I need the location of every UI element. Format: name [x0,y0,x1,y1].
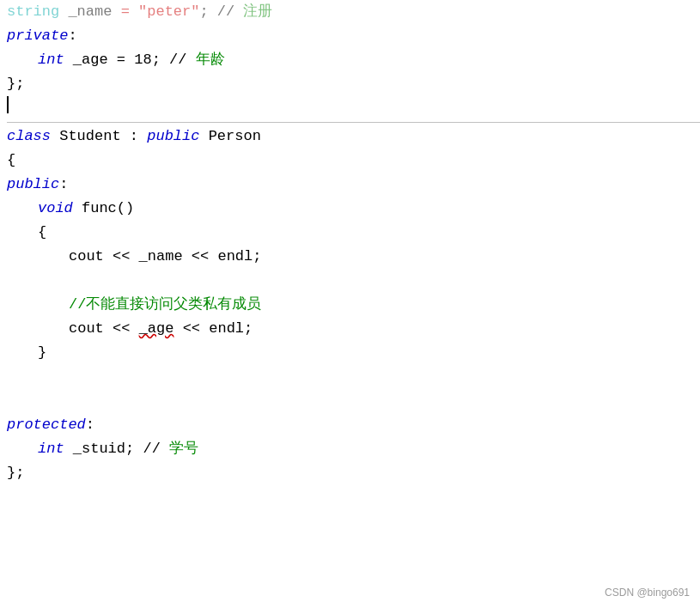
code-line-9: public: [7,173,700,197]
token-semi: ; // [199,0,243,24]
code-line-19: protected: [7,413,700,437]
token-string: string [7,0,59,24]
token-int: int [38,48,64,72]
token-private: private [7,24,68,48]
token-public-kw: public [7,173,59,197]
token-colon: : [68,24,76,48]
token-name: _name [59,0,112,24]
code-content: string _name = "peter"; // 注册 private: i… [0,0,700,485]
code-line-11: { [7,221,700,245]
section-divider [7,122,700,123]
token-int-stuid: int [38,437,64,461]
watermark: CSDN @bingo691 [605,585,690,601]
code-editor: string _name = "peter"; // 注册 private: i… [0,0,700,608]
token-class: class [7,125,51,149]
token-student: Student : [51,125,147,149]
token-open-brace-class: { [7,149,15,173]
code-line-17 [7,365,700,389]
token-age-squiggly: _age [139,317,174,341]
token-protected: protected [7,413,86,437]
token-comment: 注册 [243,0,272,24]
token-public: public [147,125,199,149]
token-close-brace-func: } [38,341,46,365]
token-close-brace-class: }; [7,461,24,485]
token-stuid-comment: 学号 [169,437,198,461]
token-comment-chinese: //不能直接访问父类私有成员 [69,293,261,317]
token-stuid: _stuid; // [64,437,169,461]
code-line-7: class Student : public Person [7,125,700,149]
token-func: func() [73,197,134,221]
token-cout-age-before: cout << [69,317,139,341]
token-age-decl: _age = 18; // [64,48,196,72]
code-line-21: }; [7,461,700,485]
code-line-15: cout << _age << endl; [7,317,700,341]
code-line-20: int _stuid; // 学号 [7,437,700,461]
code-line-8: { [7,149,700,173]
token-cout-age-after: << endl; [173,317,253,341]
token-person: Person [199,125,260,149]
token-public-colon: : [59,173,68,197]
code-line-18 [7,389,700,413]
code-line-16: } [7,341,700,365]
token-open-brace-func: { [38,221,46,245]
token-cout-name: cout << _name << endl; [69,245,261,269]
token-void: void [38,197,73,221]
code-line-3: int _age = 18; // 年龄 [7,48,700,72]
code-line-2: private: [7,24,700,48]
token-value: = "peter" [112,0,199,24]
code-line-1: string _name = "peter"; // 注册 [7,0,700,24]
code-line-13 [7,269,700,293]
code-line-12: cout << _name << endl; [7,245,700,269]
code-line-10: void func() [7,197,700,221]
code-line-14: //不能直接访问父类私有成员 [7,293,700,317]
token-protected-colon: : [86,413,94,437]
text-cursor [7,96,9,113]
token-close-brace: }; [7,72,24,96]
code-line-4: }; [7,72,700,96]
code-line-cursor [7,96,700,120]
token-age-comment: 年龄 [196,48,225,72]
